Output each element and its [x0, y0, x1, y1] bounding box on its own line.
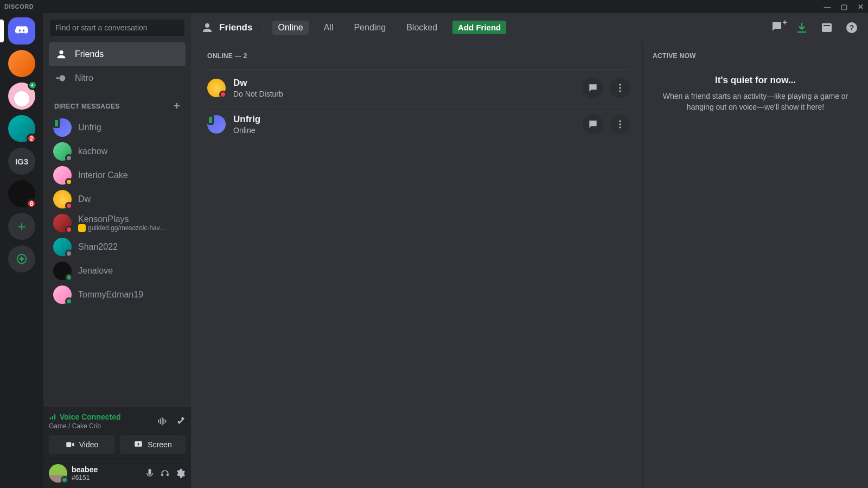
- nitro-tab-label: Nitro: [75, 73, 93, 83]
- nitro-tab[interactable]: Nitro: [49, 66, 186, 90]
- active-now-header: ACTIVE NOW: [653, 52, 858, 60]
- svg-point-1: [59, 75, 65, 81]
- status-indicator: [65, 202, 73, 210]
- avatar: [207, 115, 226, 134]
- tab-pending[interactable]: Pending: [348, 21, 391, 35]
- friend-status: Online: [233, 126, 575, 135]
- dm-name: Shan2022: [78, 242, 118, 252]
- dm-name: TommyEdman19: [78, 290, 143, 300]
- avatar: [53, 262, 72, 280]
- home-button[interactable]: [8, 17, 35, 45]
- svg-rect-8: [162, 417, 163, 426]
- server-item-2[interactable]: [8, 83, 35, 110]
- friends-tab[interactable]: Friends: [49, 42, 186, 66]
- voice-channel-label[interactable]: Game / Cake Crib: [49, 422, 121, 430]
- dm-item[interactable]: KensonPlaysguilded.gg/mesozoic-hav…: [49, 211, 186, 235]
- status-indicator: [65, 274, 73, 281]
- dm-sidebar: Friends Nitro DIRECT MESSAGES + Unfrigka…: [43, 13, 191, 488]
- noise-suppression-icon[interactable]: [156, 416, 167, 427]
- dm-name: kachow: [78, 147, 107, 156]
- more-button[interactable]: [610, 114, 630, 135]
- message-button[interactable]: [583, 114, 603, 135]
- dm-item[interactable]: Jenalove: [49, 259, 186, 283]
- dm-item[interactable]: TommyEdman19: [49, 283, 186, 307]
- mute-icon[interactable]: [144, 468, 155, 479]
- voice-indicator-icon: [28, 80, 37, 90]
- add-server-button[interactable]: +: [8, 213, 35, 240]
- svg-rect-9: [163, 419, 164, 424]
- avatar: [53, 166, 72, 185]
- server-badge: 2: [27, 134, 36, 143]
- add-friend-button[interactable]: Add Friend: [452, 21, 506, 34]
- tab-blocked[interactable]: Blocked: [401, 21, 443, 35]
- dm-item[interactable]: Dw: [49, 187, 186, 211]
- deafen-icon[interactable]: [159, 468, 170, 479]
- avatar: [53, 238, 72, 256]
- signal-icon: [49, 413, 56, 421]
- server-item-4[interactable]: IG3: [8, 148, 35, 175]
- avatar: [53, 142, 72, 161]
- friend-row[interactable]: DwDo Not Disturb: [207, 69, 630, 106]
- dm-item[interactable]: kachow: [49, 140, 186, 163]
- screen-share-button[interactable]: Screen: [120, 435, 186, 454]
- svg-rect-14: [822, 23, 832, 32]
- user-info[interactable]: beabee #6151: [49, 464, 140, 483]
- server-item-5[interactable]: 8: [8, 180, 35, 207]
- svg-text:?: ?: [850, 23, 854, 32]
- video-button[interactable]: Video: [49, 435, 114, 454]
- server-item-3[interactable]: 2: [8, 115, 35, 142]
- window-maximize-button[interactable]: ▢: [841, 3, 848, 11]
- window-close-button[interactable]: ✕: [858, 3, 864, 11]
- conversation-search-input[interactable]: [50, 20, 184, 36]
- new-dm-button[interactable]: +: [174, 100, 180, 112]
- dm-name: Interior Cake: [78, 170, 128, 180]
- self-avatar: [49, 464, 67, 483]
- more-button[interactable]: [610, 78, 630, 98]
- status-indicator: [65, 250, 73, 257]
- svg-rect-6: [158, 420, 159, 423]
- svg-rect-12: [66, 442, 71, 447]
- server-list: 2IG38+: [0, 13, 43, 488]
- avatar: [53, 214, 72, 232]
- tab-all[interactable]: All: [318, 21, 339, 35]
- status-indicator: [219, 91, 227, 98]
- header-title: Friends: [219, 22, 252, 33]
- svg-rect-3: [50, 417, 51, 420]
- brand-label: DISCORD: [4, 3, 34, 10]
- download-icon[interactable]: [795, 21, 808, 34]
- dm-item[interactable]: Interior Cake: [49, 163, 186, 187]
- nitro-icon: [55, 72, 67, 84]
- disconnect-icon[interactable]: [175, 416, 186, 427]
- video-icon: [65, 440, 75, 449]
- tab-online[interactable]: Online: [272, 21, 308, 35]
- svg-rect-7: [160, 419, 161, 424]
- guilded-icon: [78, 224, 86, 232]
- explore-servers-button[interactable]: [8, 245, 35, 272]
- status-indicator: [65, 178, 73, 186]
- window-minimize-button[interactable]: —: [824, 3, 832, 11]
- friend-row[interactable]: UnfrigOnline: [207, 106, 630, 142]
- svg-rect-10: [165, 420, 167, 423]
- message-button[interactable]: [583, 78, 603, 98]
- dm-item[interactable]: Shan2022: [49, 235, 186, 259]
- self-tag: #6151: [72, 474, 98, 481]
- new-group-dm-icon[interactable]: +: [770, 20, 783, 35]
- inbox-icon[interactable]: [820, 21, 833, 34]
- friends-header-icon: [201, 21, 214, 34]
- dm-name: Dw: [78, 194, 91, 204]
- friends-tab-label: Friends: [75, 49, 104, 59]
- dm-item[interactable]: Unfrig: [49, 116, 186, 140]
- help-icon[interactable]: ?: [845, 21, 858, 34]
- settings-icon[interactable]: [175, 468, 186, 479]
- avatar: [53, 190, 72, 208]
- friend-name: Dw: [233, 78, 575, 88]
- friends-icon: [55, 48, 67, 60]
- activity-title: It's quiet for now...: [653, 75, 858, 86]
- user-panel: beabee #6151: [43, 459, 191, 488]
- screen-icon: [133, 440, 143, 449]
- friend-status: Do Not Disturb: [233, 90, 575, 98]
- voice-status-label[interactable]: Voice Connected: [60, 413, 121, 421]
- server-item-1[interactable]: [8, 50, 35, 77]
- svg-point-19: [619, 87, 621, 88]
- dm-name: Jenalove: [78, 266, 113, 276]
